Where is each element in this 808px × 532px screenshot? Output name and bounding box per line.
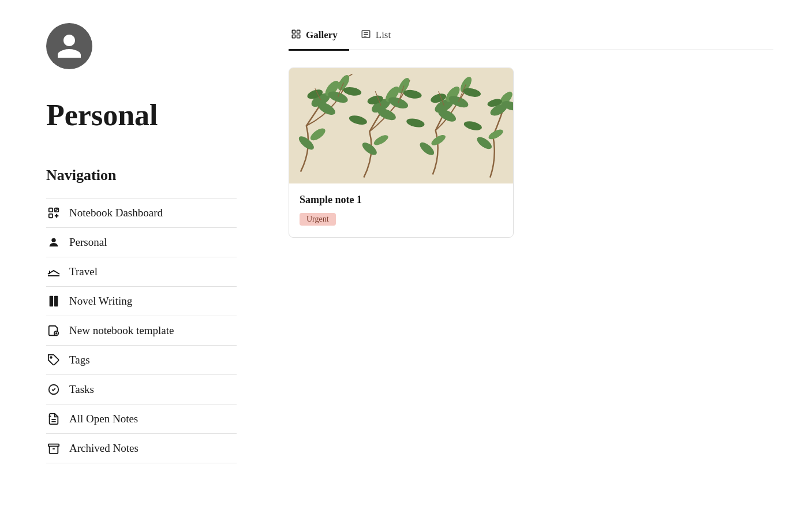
all-open-notes-icon (46, 411, 61, 426)
svg-rect-11 (48, 444, 59, 447)
archived-notes-icon (46, 441, 61, 456)
svg-point-3 (51, 238, 55, 242)
page-title: Personal (46, 98, 237, 132)
gallery-icon (291, 29, 301, 42)
svg-rect-12 (292, 30, 295, 33)
tasks-icon (46, 382, 61, 397)
avatar[interactable] (46, 23, 92, 69)
note-card-body: Sample note 1 Urgent (289, 183, 513, 237)
note-card-image (289, 68, 513, 183)
sidebar-item-travel[interactable]: Travel (46, 257, 237, 287)
svg-rect-5 (54, 296, 58, 306)
personal-icon (46, 235, 61, 250)
tab-gallery-label: Gallery (306, 29, 338, 41)
sidebar-item-label: All Open Notes (69, 413, 138, 425)
sidebar-item-archived-notes[interactable]: Archived Notes (46, 434, 237, 463)
tab-list-label: List (376, 29, 391, 41)
sidebar-item-notebook-dashboard[interactable]: Notebook Dashboard (46, 198, 237, 228)
left-panel: Personal Navigation Notebook Dashboard (0, 0, 265, 532)
sidebar-item-tags[interactable]: Tags (46, 346, 237, 375)
tab-list[interactable]: List (358, 23, 402, 50)
nav-list: Notebook Dashboard Personal (46, 198, 237, 463)
sidebar-item-label: Personal (69, 236, 107, 249)
note-card-title: Sample note 1 (300, 194, 503, 206)
svg-rect-0 (49, 208, 53, 212)
right-panel: Gallery List (265, 0, 808, 532)
svg-rect-15 (297, 35, 300, 38)
nav-heading: Navigation (46, 167, 237, 184)
sidebar-item-label: Travel (69, 265, 98, 278)
new-notebook-template-icon (46, 323, 61, 338)
tab-gallery[interactable]: Gallery (289, 23, 349, 50)
note-tag-urgent: Urgent (300, 213, 336, 226)
svg-rect-2 (49, 214, 53, 218)
page-wrapper: Personal Navigation Notebook Dashboard (0, 0, 808, 532)
svg-rect-4 (50, 296, 53, 306)
sidebar-item-novel-writing[interactable]: Novel Writing (46, 287, 237, 316)
sidebar-item-tasks[interactable]: Tasks (46, 375, 237, 404)
sidebar-item-label: Notebook Dashboard (69, 207, 163, 219)
sidebar-item-personal[interactable]: Personal (46, 228, 237, 257)
notes-grid: Sample note 1 Urgent (289, 68, 773, 238)
sidebar-item-label: New notebook template (69, 324, 174, 337)
travel-icon (46, 264, 61, 279)
svg-rect-13 (297, 30, 300, 33)
tags-icon (46, 353, 61, 368)
list-icon (361, 29, 371, 42)
notebook-dashboard-icon (46, 205, 61, 220)
sidebar-item-new-notebook-template[interactable]: New notebook template (46, 316, 237, 346)
svg-rect-14 (292, 35, 295, 38)
sidebar-item-label: Tasks (69, 383, 94, 396)
sidebar-item-all-open-notes[interactable]: All Open Notes (46, 404, 237, 434)
sidebar-item-label: Tags (69, 354, 90, 366)
sidebar-item-label: Archived Notes (69, 442, 139, 455)
tabs-bar: Gallery List (289, 23, 773, 50)
svg-point-7 (50, 357, 52, 358)
note-card[interactable]: Sample note 1 Urgent (289, 68, 514, 238)
novel-writing-icon (46, 294, 61, 309)
sidebar-item-label: Novel Writing (69, 295, 132, 308)
